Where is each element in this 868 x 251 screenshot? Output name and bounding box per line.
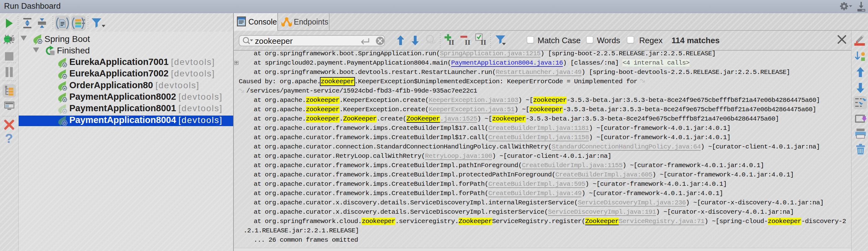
- svg-text:II: II: [465, 38, 470, 46]
- svg-text:II: II: [480, 38, 486, 46]
- svg-text:II: II: [448, 38, 454, 46]
- svg-text:ALL: ALL: [427, 40, 434, 44]
